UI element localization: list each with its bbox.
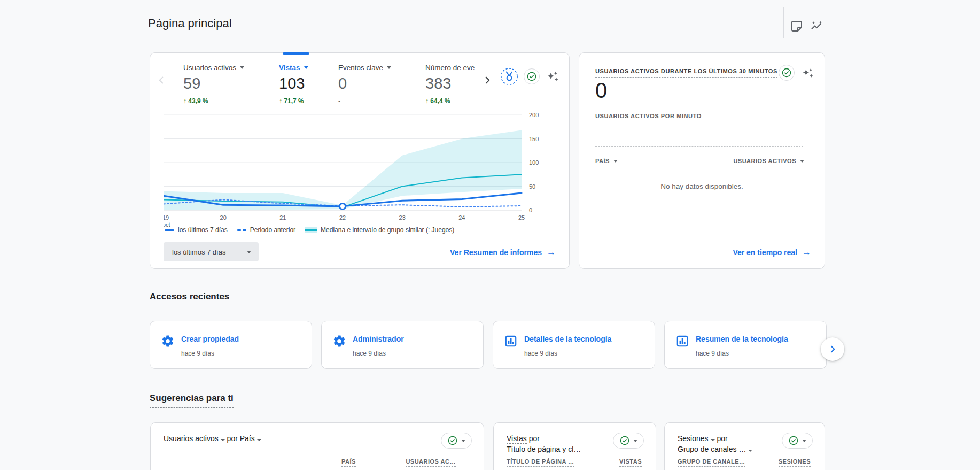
- realtime-active-users-value: 0: [595, 79, 607, 103]
- data-quality-check-icon[interactable]: [779, 65, 795, 81]
- svg-text:19: 19: [164, 214, 169, 221]
- view-realtime-link[interactable]: Ver en tiempo real: [733, 247, 811, 258]
- chevron-down-icon: [711, 439, 715, 441]
- metric-label: Usuarios activos: [183, 64, 236, 72]
- metric-selector[interactable]: Usuarios activos: [164, 434, 225, 443]
- country-column-header[interactable]: PAÍS: [595, 158, 618, 164]
- selected-tab-indicator: [283, 52, 309, 55]
- recent-card-administrador[interactable]: Administrador hace 9 días: [321, 321, 484, 369]
- svg-text:150: 150: [529, 136, 539, 142]
- band-swatch: [305, 227, 317, 233]
- metric-delta: ↑ 64,4 %: [425, 97, 475, 105]
- recent-cards-next-button[interactable]: [821, 337, 844, 361]
- recent-card-time: hace 9 días: [696, 350, 729, 357]
- check-circle-icon: [526, 71, 537, 82]
- recent-card-title: Crear propiedad: [181, 335, 239, 343]
- column-header[interactable]: PAÍS: [341, 458, 356, 467]
- metric-value: 59: [183, 75, 244, 93]
- scroll-metrics-left-button[interactable]: [154, 73, 168, 87]
- realtime-title: USUARIOS ACTIVOS DURANTE LOS ÚLTIMOS 30 …: [595, 68, 777, 78]
- chevron-down-icon: [387, 66, 391, 69]
- active-users-column-header[interactable]: USUARIOS ACTIVOS: [733, 158, 804, 164]
- suggestions-section-heading: Sugerencias para ti: [150, 393, 234, 408]
- arrow-right-icon: [547, 247, 556, 258]
- insights-sparkle-icon[interactable]: [800, 65, 815, 80]
- dimension-selector[interactable]: Título de página y cl…: [507, 445, 581, 454]
- note-icon[interactable]: [786, 16, 807, 37]
- chevron-down-icon: [247, 251, 251, 253]
- recent-card-resumen-tecnologia[interactable]: Resumen de la tecnología hace 9 días: [664, 321, 827, 369]
- insights-icon[interactable]: [806, 16, 827, 37]
- column-header[interactable]: TÍTULO DE PÁGINA …: [507, 458, 574, 467]
- data-quality-dropdown[interactable]: [782, 433, 813, 449]
- solid-line-swatch: [165, 229, 174, 231]
- metric-label: Eventos clave: [338, 64, 383, 72]
- metric-tab-vistas[interactable]: Vistas 103 ↑ 71,7 %: [279, 64, 308, 105]
- check-circle-icon: [788, 435, 799, 446]
- svg-text:20: 20: [220, 214, 227, 221]
- recent-card-detalles-tecnologia[interactable]: Detalles de la tecnología hace 9 días: [493, 321, 655, 369]
- data-quality-dropdown[interactable]: [441, 433, 472, 449]
- legend-label: Mediana e intervalo de grupo similar (: …: [321, 226, 454, 234]
- chevron-down-icon: [461, 440, 465, 442]
- view-reports-snapshot-link[interactable]: Ver Resumen de informes: [450, 247, 556, 258]
- gear-icon: [161, 334, 175, 350]
- recent-card-time: hace 9 días: [181, 350, 214, 357]
- svg-text:21: 21: [279, 214, 286, 221]
- metric-selector[interactable]: Sesiones: [678, 434, 715, 443]
- metric-label: Vistas: [279, 64, 300, 72]
- column-header[interactable]: GRUPO DE CANALE…: [678, 458, 745, 467]
- suggestion-card-usuarios-por-pais: Usuarios activos por País PAÍS USUARIOS …: [150, 422, 484, 470]
- check-circle-icon: [781, 67, 792, 78]
- legend-item-benchmark: Mediana e intervalo de grupo similar (: …: [305, 226, 454, 234]
- chevron-down-icon: [748, 450, 752, 452]
- svg-text:25: 25: [518, 214, 525, 221]
- svg-text:24: 24: [458, 214, 465, 221]
- metric-tab-eventos-clave[interactable]: Eventos clave 0 -: [338, 64, 391, 105]
- date-range-selector[interactable]: los últimos 7 días: [164, 242, 259, 261]
- column-header[interactable]: USUARIOS AC…: [406, 458, 456, 467]
- data-quality-check-icon[interactable]: [524, 68, 540, 84]
- sparkle-icon: [801, 66, 814, 80]
- check-circle-icon: [447, 435, 458, 446]
- legend-label: Periodo anterior: [250, 226, 295, 234]
- recent-card-time: hace 9 días: [353, 350, 386, 357]
- metric-tab-numero-de-eventos[interactable]: Número de eve 383 ↑ 64,4 %: [425, 64, 475, 105]
- suggestion-card-vistas-por-titulo: Vistas por Título de página y cl… TÍTULO…: [493, 422, 656, 470]
- metric-tab-usuarios-activos[interactable]: Usuarios activos 59 ↑ 43,9 %: [183, 64, 244, 105]
- metric-delta: -: [338, 97, 391, 105]
- metric-delta: ↑ 43,9 %: [183, 97, 244, 105]
- overview-card: Usuarios activos 59 ↑ 43,9 % Vistas 103 …: [150, 52, 570, 269]
- dashed-line-swatch: [237, 229, 246, 231]
- column-label: PAÍS: [595, 158, 610, 164]
- table-divider: [593, 173, 804, 173]
- dimension-selector[interactable]: País: [240, 434, 261, 443]
- chevron-right-icon: [481, 74, 493, 86]
- metric-value: 383: [425, 75, 475, 93]
- suggestion-card-title: Usuarios activos por País: [164, 433, 261, 444]
- column-header[interactable]: VISTAS: [619, 458, 642, 467]
- chevron-down-icon: [257, 439, 261, 441]
- date-range-label: los últimos 7 días: [172, 248, 225, 256]
- chevron-down-icon: [802, 440, 806, 442]
- link-label: Ver en tiempo real: [733, 248, 797, 257]
- chevron-down-icon: [800, 160, 804, 163]
- legend-item-previous: Periodo anterior: [237, 226, 295, 234]
- metric-selector[interactable]: Vistas: [507, 434, 527, 444]
- data-quality-dropdown[interactable]: [613, 433, 644, 449]
- svg-text:0: 0: [529, 207, 532, 213]
- recent-card-crear-propiedad[interactable]: Crear propiedad hace 9 días: [150, 321, 312, 369]
- dimension-selector[interactable]: Grupo de canales …: [678, 445, 752, 453]
- legend-item-current: los últimos 7 días: [165, 226, 228, 234]
- link-label: Ver Resumen de informes: [450, 248, 542, 257]
- suggestion-card-sesiones-por-canal: Sesiones por Grupo de canales … GRUPO DE…: [664, 422, 825, 470]
- column-header[interactable]: SESIONES: [779, 458, 811, 467]
- svg-text:22: 22: [339, 214, 346, 221]
- scroll-metrics-right-button[interactable]: [480, 73, 494, 87]
- benchmark-medal-icon[interactable]: [500, 67, 519, 86]
- insights-sparkle-icon[interactable]: [545, 68, 561, 84]
- recent-card-title: Detalles de la tecnología: [524, 335, 611, 343]
- chevron-right-icon: [827, 343, 838, 355]
- svg-text:200: 200: [529, 112, 539, 118]
- trend-line-chart: 05010015020019oct202122232425: [164, 112, 570, 227]
